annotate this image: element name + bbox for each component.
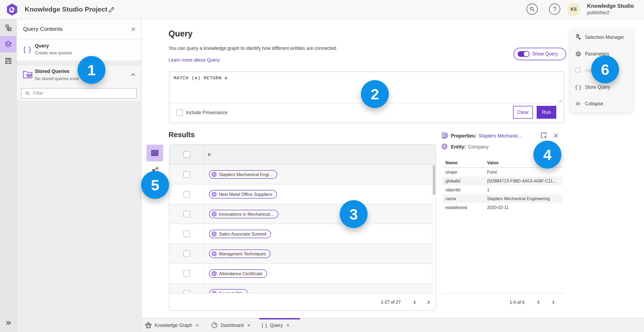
panel-close-icon[interactable] xyxy=(129,25,137,33)
column-e-header: e xyxy=(208,152,211,157)
filter-field[interactable] xyxy=(21,88,137,98)
tab-knowledge-graph[interactable]: Knowledge Graph × xyxy=(145,318,199,332)
prop-row[interactable]: shape Point xyxy=(442,168,562,177)
results-heading: Results xyxy=(169,131,195,139)
store-query-braces-icon: { } xyxy=(575,84,582,91)
query-text[interactable]: MATCH (e) RETURN e xyxy=(174,76,228,81)
knowledge-graph-icon xyxy=(145,322,152,329)
table-row[interactable]: Innovations in Mechanical... xyxy=(169,204,432,224)
next-page-icon[interactable] xyxy=(424,297,433,307)
collapse-item[interactable]: Collapse xyxy=(570,98,633,109)
stored-queries-folder-icon xyxy=(23,69,32,79)
table-row[interactable]: Sales Associate Summit xyxy=(169,224,432,244)
save-icon[interactable] xyxy=(0,53,17,69)
selection-manager-icon xyxy=(575,34,582,41)
entity-chip[interactable]: New Metal Office Suppliers xyxy=(209,190,277,199)
select-all-checkbox[interactable] xyxy=(184,151,190,158)
callout-5: 5 xyxy=(141,171,169,199)
entity-chip[interactable]: Attendance Certificate xyxy=(209,269,267,278)
chevron-up-icon[interactable] xyxy=(130,72,136,78)
entity-dot-icon xyxy=(212,251,217,256)
tab-dashboard[interactable]: Dashboard × xyxy=(211,318,250,332)
table-row[interactable]: New Metal Office Suppliers xyxy=(169,184,432,204)
resize-handle[interactable] xyxy=(558,99,562,102)
row-checkbox[interactable] xyxy=(184,270,190,277)
entity-dot-icon xyxy=(212,192,217,197)
collapse-chevrons-icon xyxy=(575,100,582,107)
properties-close-icon[interactable] xyxy=(553,133,558,138)
entity-chip[interactable]: Staplers Mechanical Engi... xyxy=(209,170,277,179)
user-role: publisher2 xyxy=(587,10,609,16)
scrollbar-thumb[interactable] xyxy=(433,165,435,195)
help-icon[interactable]: ? xyxy=(549,3,560,15)
braces-icon: { } xyxy=(23,45,32,54)
entity-chip[interactable]: Managment Techniques xyxy=(209,249,270,258)
entity-chip[interactable]: Sales Associate Summit xyxy=(209,230,271,238)
app-logo[interactable] xyxy=(7,3,17,16)
callout-4: 4 xyxy=(533,141,561,169)
entity-dot-icon xyxy=(212,212,217,217)
prev-page-icon[interactable] xyxy=(410,297,420,307)
table-row[interactable]: Managment Techniques xyxy=(169,244,432,264)
table-icon xyxy=(151,149,159,157)
table-view-button[interactable] xyxy=(147,145,163,161)
properties-title: Properties: xyxy=(451,133,476,139)
row-checkbox[interactable] xyxy=(184,191,190,197)
query-heading: Query xyxy=(169,29,193,39)
entity-chip[interactable]: Innovations in Mechanical... xyxy=(209,210,278,218)
panel-title: Query Contents xyxy=(23,26,63,32)
prop-next-page-icon[interactable] xyxy=(548,297,558,307)
results-scrollbar[interactable] xyxy=(432,165,436,293)
clear-button[interactable]: Clear xyxy=(513,106,533,119)
entity-label: Entity: xyxy=(451,144,466,150)
selection-manager-item[interactable]: Selection Manager xyxy=(570,32,633,43)
prop-name-header: Name xyxy=(445,160,458,165)
results-table: e Staplers Mechanical Engi... New Metal … xyxy=(169,144,436,311)
table-row[interactable]: Attendance Certificate xyxy=(169,264,432,283)
entity-dot-icon xyxy=(212,271,217,276)
include-provenance-label: Include Provenance xyxy=(186,110,228,115)
learn-more-link[interactable]: Learn more about Query xyxy=(169,57,220,63)
query-item-subtitle: Create new queries xyxy=(35,51,72,55)
callout-2: 2 xyxy=(361,80,389,108)
edit-title-icon[interactable] xyxy=(108,6,115,13)
view-tabbar: Knowledge Graph × Dashboard × { } Query … xyxy=(142,318,644,332)
row-checkbox[interactable] xyxy=(184,231,190,237)
prop-row[interactable]: established 2020-02-11 xyxy=(442,203,562,212)
results-table-header: e xyxy=(169,145,436,165)
store-query-item[interactable]: { } Store Query xyxy=(570,82,633,92)
toggle-switch[interactable] xyxy=(518,51,529,57)
expand-rail-icon[interactable] xyxy=(0,315,17,331)
search-icon[interactable] xyxy=(526,3,538,15)
prop-row[interactable]: name Staplers Mechanical Engineering xyxy=(442,194,562,203)
close-tab-icon[interactable]: × xyxy=(247,323,250,328)
entity-dot-icon xyxy=(212,172,217,177)
prop-prev-page-icon[interactable] xyxy=(534,297,543,307)
prop-row[interactable]: globalid {5D9B4713-F98D-4A53-A59F-C11... xyxy=(442,177,562,185)
add-to-new-icon[interactable] xyxy=(540,132,547,139)
query-description: You can query a knowledge graph to ident… xyxy=(169,46,337,51)
avatar[interactable]: KS xyxy=(567,3,580,16)
show-query-toggle[interactable]: Show Query xyxy=(514,48,566,60)
tab-query[interactable]: { } Query × xyxy=(262,318,289,332)
prop-row[interactable]: objectid 1 xyxy=(442,185,562,194)
stored-queries-subtitle: No stored queries exist xyxy=(35,76,79,81)
close-tab-icon[interactable]: × xyxy=(196,323,199,328)
properties-entity-link[interactable]: Staplers Mechanic... xyxy=(478,133,522,139)
table-row[interactable]: Staplers Mechanical Engi... xyxy=(169,165,432,184)
row-checkbox[interactable] xyxy=(184,211,190,217)
properties-pagination-divider xyxy=(442,293,564,293)
data-model-icon[interactable] xyxy=(0,19,17,36)
entity-type: Company xyxy=(468,144,489,150)
callout-1: 1 xyxy=(78,56,105,84)
project-title: Knowledge Studio Project xyxy=(25,6,107,13)
row-checkbox[interactable] xyxy=(184,171,190,178)
filter-input[interactable] xyxy=(33,91,133,96)
query-list-item[interactable]: { } Query Create new queries xyxy=(17,39,141,61)
run-button[interactable]: Run xyxy=(537,106,556,119)
include-provenance-checkbox[interactable] xyxy=(176,109,183,116)
layers-icon[interactable] xyxy=(0,36,17,53)
query-tab-braces-icon: { } xyxy=(262,322,267,328)
row-checkbox[interactable] xyxy=(184,251,190,257)
close-tab-icon[interactable]: × xyxy=(287,323,290,328)
